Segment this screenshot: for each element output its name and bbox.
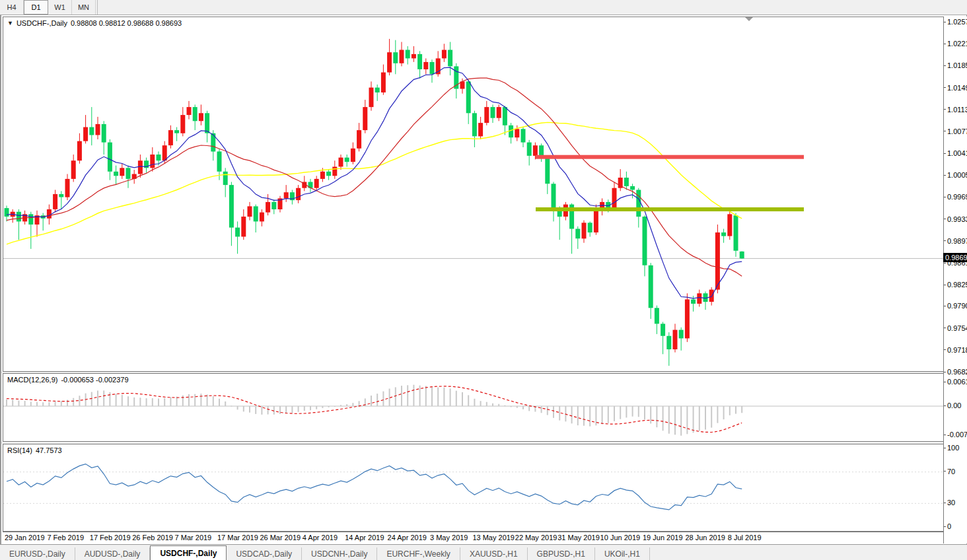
timeframe-button-MN[interactable]: MN [72, 0, 96, 15]
tick-label: 0.97540 [947, 324, 967, 332]
macd-label: MACD(12,26,9)-0.000653 -0.002379 [7, 376, 129, 384]
rsi-value: 47.7573 [36, 446, 62, 454]
timeframe-button-W1[interactable]: W1 [48, 0, 72, 15]
date-axis-label: 17 Mar 2019 [217, 534, 258, 542]
tick-mark [944, 22, 946, 22]
tick-label: 1.00770 [947, 127, 967, 135]
chart-tab-UKOil[interactable]: UKOil-,H1 [595, 547, 650, 560]
chart-tab-USDCNH[interactable]: USDCNH-,Daily [302, 547, 377, 560]
tick-mark [944, 263, 946, 263]
tick-mark [944, 109, 946, 110]
timeframe-button-D1[interactable]: D1 [24, 0, 48, 15]
chart-shift-marker[interactable] [745, 17, 753, 21]
price-plot [3, 17, 944, 371]
tick-mark [944, 219, 946, 219]
macd-plot [3, 374, 944, 441]
chart-tab-EURUSD[interactable]: EURUSD-,Daily [0, 547, 75, 560]
date-axis-label: 7 Feb 2019 [47, 534, 84, 542]
chart-title: ▼ USDCHF-,Daily 0.98808 0.98812 0.98688 … [7, 19, 182, 27]
date-axis-label: 13 May 2019 [472, 534, 515, 542]
tick-mark [944, 131, 946, 131]
tick-label: 70 [947, 468, 955, 475]
chart-tab-bar: EURUSD-,DailyAUDUSD-,DailyUSDCHF-,DailyU… [0, 544, 967, 560]
tick-mark [944, 372, 946, 372]
tick-mark [944, 87, 946, 88]
chart-tab-USDCHF[interactable]: USDCHF-,Daily [150, 545, 227, 560]
toolbar-separator [97, 0, 98, 15]
rsi-plot [3, 444, 944, 531]
price-axis-tick: 1.02570 [944, 18, 967, 26]
price-axis-tick: 0.97180 [944, 346, 967, 354]
date-axis[interactable]: 29 Jan 20197 Feb 201917 Feb 201926 Feb 2… [3, 532, 945, 544]
tick-mark [944, 44, 946, 44]
tick-mark [944, 503, 946, 503]
macd-axis-tick: 0.00 [944, 402, 967, 409]
tick-label: 0.98250 [947, 281, 967, 289]
chart-tab-AUDUSD[interactable]: AUDUSD-,Daily [75, 547, 151, 560]
tick-mark [944, 328, 946, 328]
timeframe-button-H4[interactable]: H4 [0, 0, 24, 15]
date-axis-label: 19 Jun 2019 [643, 534, 683, 542]
date-axis-label: 26 Feb 2019 [132, 534, 173, 542]
date-axis-label: 22 May 2019 [515, 534, 557, 542]
timeframe-toolbar: H4D1W1MN [0, 0, 967, 15]
tick-label: 1.02210 [947, 40, 967, 48]
main-chart-pane[interactable]: ▼ USDCHF-,Daily 0.98808 0.98812 0.98688 … [3, 17, 945, 372]
chart-tab-GBPUSD[interactable]: GBPUSD-,H1 [528, 547, 595, 560]
date-axis-label: 31 May 2019 [557, 534, 600, 542]
macd-name: MACD(12,26,9) [7, 376, 57, 384]
date-axis-label: 17 Feb 2019 [90, 534, 131, 542]
date-axis-label: 28 Jun 2019 [685, 534, 725, 542]
tick-mark [944, 382, 946, 382]
chart-tab-EURCHF[interactable]: EURCHF-,Weekly [377, 547, 460, 560]
chart-tab-USDCAD[interactable]: USDCAD-,Daily [227, 547, 302, 560]
tick-label: 1.00410 [947, 149, 967, 157]
tick-mark [944, 285, 946, 285]
tick-label: 1.01490 [947, 84, 967, 92]
tick-mark [944, 448, 946, 448]
macd-values: -0.000653 -0.002379 [61, 376, 128, 384]
tick-label: 30 [947, 499, 955, 507]
tick-label: -0.007612 [947, 431, 967, 438]
symbol-dropdown-icon[interactable]: ▼ [7, 20, 13, 26]
date-axis-label: 4 Apr 2019 [303, 534, 338, 542]
rsi-axis-tick: 30 [944, 499, 967, 507]
price-axis-tick: 0.99690 [944, 193, 967, 201]
tick-label: 0 [947, 522, 951, 530]
tick-mark [944, 435, 946, 435]
rsi-axis-tick: 100 [944, 444, 967, 452]
date-axis-label: 3 May 2019 [430, 534, 468, 542]
macd-axis-tick: -0.007612 [944, 431, 967, 438]
mt4-window: H4D1W1MN ▼ USDCHF-,Daily 0.98808 0.98812… [0, 0, 967, 560]
tick-mark [944, 65, 946, 66]
tick-mark [944, 240, 946, 241]
price-axis-tick: 0.96820 [944, 368, 967, 376]
tick-label: 100 [947, 444, 959, 452]
rsi-name: RSI(14) [7, 446, 32, 454]
rsi-pane[interactable]: RSI(14)47.7573 [3, 444, 945, 532]
price-axis-tick: 1.01130 [944, 106, 967, 114]
price-axis-tick: 0.97900 [944, 302, 967, 310]
tick-label: 1.00050 [947, 171, 967, 179]
macd-pane[interactable]: MACD(12,26,9)-0.000653 -0.002379 [3, 373, 945, 442]
chart-ohlc-values: 0.98808 0.98812 0.98688 0.98693 [71, 19, 182, 27]
chart-tab-XAUUSD[interactable]: XAUUSD-,H1 [460, 547, 528, 560]
price-axis-tick: 1.00050 [944, 171, 967, 179]
price-axis[interactable]: 1.025701.022101.018501.014901.011301.007… [943, 17, 967, 543]
tick-mark [944, 471, 946, 472]
price-axis-tick: 0.99330 [944, 215, 967, 223]
tick-mark [944, 153, 946, 154]
tick-label: 0.99330 [947, 215, 967, 223]
current-price-tag: 0.98693 [943, 253, 967, 262]
price-axis-tick: 0.97540 [944, 324, 967, 332]
date-axis-label: 7 Mar 2019 [175, 534, 212, 542]
tick-label: 0.98970 [947, 237, 967, 245]
price-axis-tick: 1.01490 [944, 84, 967, 92]
tick-label: 0.00613 [947, 378, 967, 386]
tick-label: 1.01130 [947, 106, 967, 114]
chart-symbol-label: USDCHF-,Daily [17, 19, 67, 27]
macd-axis-tick: 0.00613 [944, 378, 967, 386]
tick-label: 1.01850 [947, 61, 967, 69]
price-axis-tick: 0.98970 [944, 237, 967, 245]
price-axis-tick: 1.01850 [944, 61, 967, 69]
